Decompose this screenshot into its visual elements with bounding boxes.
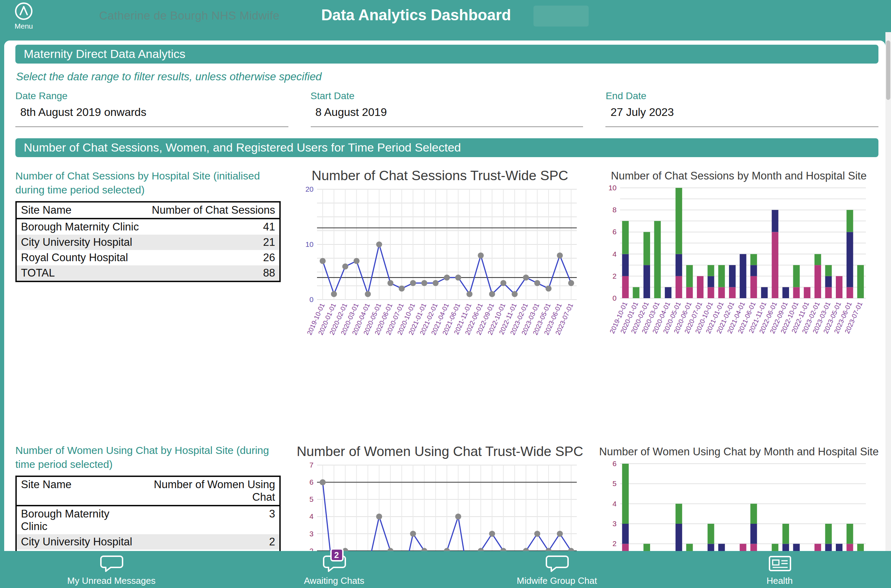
filter-instruction: Select the date range to filter results,… [16,70,878,83]
svg-text:6: 6 [612,228,616,236]
bar-segment [750,524,757,544]
svg-text:4: 4 [309,512,314,520]
bar-segment [708,287,714,298]
chat-sessions-table-caption: Number of Chat Sessions by Hospital Site… [15,169,281,197]
table-header-row: Site NameNumber of Chat Sessions [16,202,280,219]
bar-segment [718,265,725,287]
bar-segment [782,287,789,298]
table-cell: TOTAL [16,266,145,281]
spc-point [376,241,382,247]
bar-segment [857,265,864,298]
chat-sessions-bar-column: Number of Chat Sessions by Month and Hos… [599,168,878,383]
nav-item-my-unread-messages[interactable]: My Unread Messages [0,551,223,588]
bar-segment [740,254,747,298]
chat-bubble-icon [545,555,569,573]
section-header-analytics: Maternity Direct Data Analytics [15,45,878,63]
bar-segment [804,287,810,298]
nav-item-awaiting-chats[interactable]: 2 Awaiting Chats [223,551,446,588]
start-date-value[interactable]: 8 August 2019 [315,106,583,119]
nav-label: Midwife Group Chat [517,575,597,586]
svg-text:5: 5 [309,495,314,503]
bottom-nav: My Unread Messages 2 Awaiting Chats Midw… [0,551,891,588]
svg-text:5: 5 [612,479,616,488]
end-date-field[interactable]: End Date 27 July 2023 [606,90,878,127]
menu-label: Menu [8,22,39,30]
spc-point [376,514,382,520]
table-row: City University Hospital2 [16,534,280,550]
spc-point [557,252,563,258]
bar-segment [814,254,821,266]
chat-sessions-spc-title: Number of Chat Sessions Trust-Wide SPC [296,168,584,184]
svg-text:3: 3 [309,530,314,538]
bar-segment [847,524,853,544]
spc-point [557,531,563,537]
top-header: Menu Catherine de Bourgh NHS Midwife Dat… [0,0,891,32]
nav-item-midwife-group-chat[interactable]: Midwife Group Chat [446,551,668,588]
chat-sessions-bar-chart: 02468102019-10-012020-01-012020-02-01202… [599,184,878,383]
spc-point [489,291,495,297]
bar-segment [750,265,757,276]
table-row: TOTAL88 [16,266,280,281]
chart-svg: 010202019-10-012020-01-012020-02-012020-… [296,185,582,382]
bar-segment [772,232,778,298]
bar-segment [814,265,821,298]
spc-point [399,286,405,291]
scrollbar-thumb[interactable] [886,40,890,100]
bar-segment [644,232,650,265]
spc-point [500,280,506,286]
nav-item-health[interactable]: Health [668,551,891,588]
women-bar-title: Number of Women Using Chat by Month and … [599,446,879,458]
spc-point [410,531,416,537]
header-action-button[interactable] [534,6,589,27]
spc-point [342,264,348,270]
bar-segment [772,210,778,232]
bar-segment [676,188,682,254]
column-header: Number of Chat Sessions [145,202,280,219]
nav-label: Health [766,575,792,586]
scrollbar[interactable] [885,32,891,588]
bar-segment [708,524,714,544]
column-header: Number of Women Using Chat [140,476,280,506]
bar-segment [654,221,661,298]
table-cell: City University Hospital [16,534,140,550]
spc-point [387,280,393,286]
spc-point [489,531,495,537]
end-date-value[interactable]: 27 July 2023 [610,106,878,119]
date-range-field[interactable]: Date Range 8th August 2019 onwards [15,90,288,127]
bar-segment [708,265,714,276]
bar-segment [686,265,693,287]
menu-button[interactable]: Menu [8,2,39,30]
table-cell: 2 [140,534,280,550]
bar-segment [665,287,671,298]
table-row: Borough Maternity Clinic41 [16,219,280,235]
table-cell: Borough Maternity Clinic [16,219,145,235]
bar-segment [708,276,714,287]
spc-point [523,274,529,280]
bar-segment [793,265,800,287]
spc-point [320,479,326,485]
svg-text:10: 10 [609,184,616,192]
svg-text:0: 0 [612,294,616,302]
svg-text:8: 8 [612,206,616,214]
chat-sessions-row: Number of Chat Sessions by Hospital Site… [15,168,878,433]
bar-segment [847,232,853,287]
bar-segment [622,276,629,298]
app: Menu Catherine de Bourgh NHS Midwife Dat… [0,0,891,588]
start-date-field[interactable]: Start Date 8 August 2019 [310,90,583,127]
bar-segment [750,276,757,298]
svg-text:2: 2 [612,540,616,548]
bar-segment [847,210,853,232]
spc-point [466,291,472,297]
women-spc-title: Number of Women Using Chat Trust-Wide SP… [296,444,584,459]
column-header: Site Name [16,476,140,506]
bar-segment [718,287,725,298]
start-date-label: Start Date [310,90,583,101]
table-row: City University Hospital21 [16,235,280,250]
date-range-value[interactable]: 8th August 2019 onwards [20,106,288,119]
chat-sessions-spc-column: Number of Chat Sessions Trust-Wide SPC 0… [296,168,584,385]
chat-sessions-table: Site NameNumber of Chat SessionsBorough … [15,201,281,282]
bar-segment [676,276,682,298]
table-row: Borough Maternity Clinic3 [16,506,280,534]
table-cell: 26 [145,250,280,266]
svg-text:4: 4 [612,250,616,258]
